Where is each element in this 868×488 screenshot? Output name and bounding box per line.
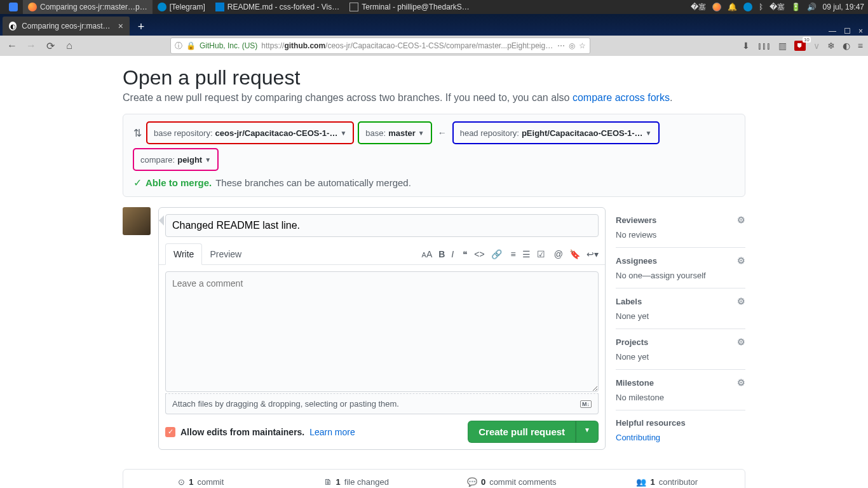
minimize-icon[interactable]: — bbox=[829, 27, 836, 36]
ext3-icon[interactable]: ◐ bbox=[843, 41, 850, 51]
gear-icon[interactable]: ⚙ bbox=[737, 377, 745, 388]
volume-icon[interactable]: 🔊 bbox=[807, 3, 817, 11]
vscode-icon bbox=[215, 3, 224, 11]
bluetooth-icon[interactable]: ᛒ bbox=[759, 3, 763, 11]
site-info-icon[interactable]: ⓘ bbox=[175, 41, 182, 51]
os-task-vscode[interactable]: README.md - css-forked - Vis… bbox=[210, 0, 344, 14]
gear-icon[interactable]: ⚙ bbox=[737, 215, 745, 225]
saved-reply-icon[interactable]: 🔖 bbox=[569, 249, 580, 259]
github-favicon-icon: ◐ bbox=[9, 22, 17, 30]
compare-forks-link[interactable]: compare across forks bbox=[573, 92, 670, 103]
stat-files[interactable]: 🗎1file changed bbox=[279, 477, 435, 487]
code-icon[interactable]: <> bbox=[474, 249, 484, 259]
sidebar-icon[interactable]: ▥ bbox=[778, 41, 787, 51]
reviewers-value: No reviews bbox=[616, 230, 745, 240]
reader-icon[interactable]: ◎ bbox=[569, 41, 575, 50]
stat-comments[interactable]: 💬0commit comments bbox=[434, 477, 590, 487]
comment-textarea[interactable] bbox=[165, 271, 599, 392]
pr-title-input[interactable] bbox=[165, 214, 599, 237]
bold-icon[interactable]: B bbox=[438, 249, 445, 259]
stat-contributors[interactable]: 👥1contributor bbox=[590, 477, 745, 487]
head-repo-select[interactable]: head repository: pEight/Capacitacao-CEOS… bbox=[453, 122, 659, 144]
ul-icon[interactable]: ≡ bbox=[511, 249, 516, 259]
assignees-title: Assignees bbox=[616, 256, 657, 266]
os-task-telegram[interactable]: [Telegram] bbox=[153, 0, 210, 14]
clock[interactable]: 09 jul, 19:47 bbox=[823, 3, 864, 11]
battery-icon[interactable]: 🔋 bbox=[791, 3, 801, 11]
gear-icon[interactable]: ⚙ bbox=[737, 296, 745, 306]
bell-icon[interactable]: 🔔 bbox=[728, 3, 737, 11]
bookmark-star-icon[interactable]: ☆ bbox=[579, 41, 586, 50]
people-icon: 👥 bbox=[636, 477, 646, 487]
merge-status: ✓ Able to merge. These branches can be a… bbox=[133, 177, 735, 189]
maximize-icon[interactable]: ☐ bbox=[844, 27, 851, 36]
wifi-icon-2[interactable]: �塞 bbox=[770, 2, 785, 13]
back-button[interactable]: ← bbox=[5, 39, 19, 53]
labels-title: Labels bbox=[616, 297, 642, 306]
os-app-menu[interactable] bbox=[4, 0, 23, 14]
write-tab[interactable]: Write bbox=[165, 243, 202, 265]
compare-range-box: ⇅ base repository: ceos-jr/Capacitacao-C… bbox=[123, 114, 745, 197]
gear-icon[interactable]: ⚙ bbox=[737, 337, 745, 347]
attach-text: Attach files by dragging & dropping, sel… bbox=[172, 399, 399, 409]
task-label: README.md - css-forked - Vis… bbox=[227, 3, 339, 11]
task-label: Terminal - phillipe@ThedarkS… bbox=[362, 3, 470, 11]
heading-icon[interactable]: AA bbox=[422, 249, 433, 259]
reply-icon[interactable]: ↩▾ bbox=[587, 249, 599, 259]
url-text: https://github.com/ceos-jr/Capacitacao-C… bbox=[261, 41, 553, 50]
user-avatar[interactable] bbox=[123, 207, 151, 235]
menu-icon[interactable]: ≡ bbox=[858, 41, 863, 51]
ublock-icon[interactable]: ⛊ bbox=[794, 41, 806, 51]
projects-value: None yet bbox=[616, 352, 745, 362]
page-action-icon[interactable]: ⋯ bbox=[557, 41, 565, 50]
page-title: Open a pull request bbox=[123, 66, 745, 90]
tray-telegram-icon[interactable] bbox=[743, 3, 752, 11]
os-task-terminal[interactable]: Terminal - phillipe@ThedarkS… bbox=[344, 0, 475, 14]
create-pr-button[interactable]: Create pull request bbox=[468, 421, 576, 443]
caret-down-icon: ▼ bbox=[418, 130, 424, 137]
preview-tab[interactable]: Preview bbox=[202, 244, 249, 264]
link-icon[interactable]: 🔗 bbox=[491, 249, 502, 259]
contributing-link[interactable]: Contributing bbox=[616, 433, 660, 442]
browser-tab[interactable]: ◐ Comparing ceos-jr:master…pE × bbox=[3, 17, 130, 36]
stat-commits[interactable]: ⊙1commit bbox=[123, 477, 279, 487]
tasklist-icon[interactable]: ☑ bbox=[537, 249, 545, 259]
reload-button[interactable]: ⟳ bbox=[43, 39, 57, 53]
os-task-firefox[interactable]: Comparing ceos-jr:master…p… bbox=[23, 0, 153, 14]
file-icon: 🗎 bbox=[324, 477, 332, 487]
learn-more-link[interactable]: Learn more bbox=[309, 427, 355, 437]
ol-icon[interactable]: ☰ bbox=[522, 249, 531, 259]
diff-stats: ⊙1commit 🗎1file changed 💬0commit comment… bbox=[123, 469, 745, 488]
comment-icon: 💬 bbox=[467, 477, 477, 487]
ext-icon[interactable]: ∨ bbox=[813, 41, 820, 51]
browser-tab-bar: ◐ Comparing ceos-jr:master…pE × + — ☐ × bbox=[0, 14, 868, 36]
home-button[interactable]: ⌂ bbox=[62, 39, 76, 53]
close-tab-icon[interactable]: × bbox=[118, 21, 123, 31]
assignees-value[interactable]: No one—assign yourself bbox=[616, 271, 745, 280]
new-tab-button[interactable]: + bbox=[132, 18, 150, 36]
pr-sidebar: Reviewers⚙ No reviews Assignees⚙ No one—… bbox=[616, 207, 745, 450]
base-branch-select[interactable]: base: master▼ bbox=[358, 122, 431, 144]
quote-icon[interactable]: ❝ bbox=[463, 249, 468, 259]
projects-title: Projects bbox=[616, 337, 648, 347]
caret-down-icon: ▼ bbox=[340, 130, 346, 137]
ext2-icon[interactable]: ❄ bbox=[827, 41, 835, 51]
create-pr-dropdown[interactable]: ▼ bbox=[576, 421, 599, 443]
markdown-icon[interactable]: M↓ bbox=[580, 400, 592, 408]
url-bar[interactable]: ⓘ 🔒 GitHub, Inc. (US) https://github.com… bbox=[170, 37, 590, 54]
wifi-icon[interactable]: �塞 bbox=[691, 2, 706, 13]
terminal-icon bbox=[349, 3, 358, 11]
download-icon[interactable]: ⬇ bbox=[742, 41, 750, 51]
close-window-icon[interactable]: × bbox=[858, 27, 863, 36]
base-repo-select[interactable]: base repository: ceos-jr/Capacitacao-CEO… bbox=[147, 122, 353, 144]
task-label: [Telegram] bbox=[170, 3, 205, 11]
commit-icon: ⊙ bbox=[178, 477, 185, 487]
library-icon[interactable]: ⫿⫿⫿ bbox=[757, 41, 771, 51]
gear-icon[interactable]: ⚙ bbox=[737, 255, 745, 266]
attach-hint[interactable]: Attach files by dragging & dropping, sel… bbox=[165, 393, 599, 414]
italic-icon[interactable]: I bbox=[451, 249, 454, 259]
mention-icon[interactable]: @ bbox=[554, 249, 563, 259]
compare-branch-select[interactable]: compare: peight▼ bbox=[133, 149, 218, 170]
tray-firefox-icon[interactable] bbox=[712, 3, 721, 11]
allow-edits-checkbox[interactable]: ✓ bbox=[165, 427, 175, 437]
